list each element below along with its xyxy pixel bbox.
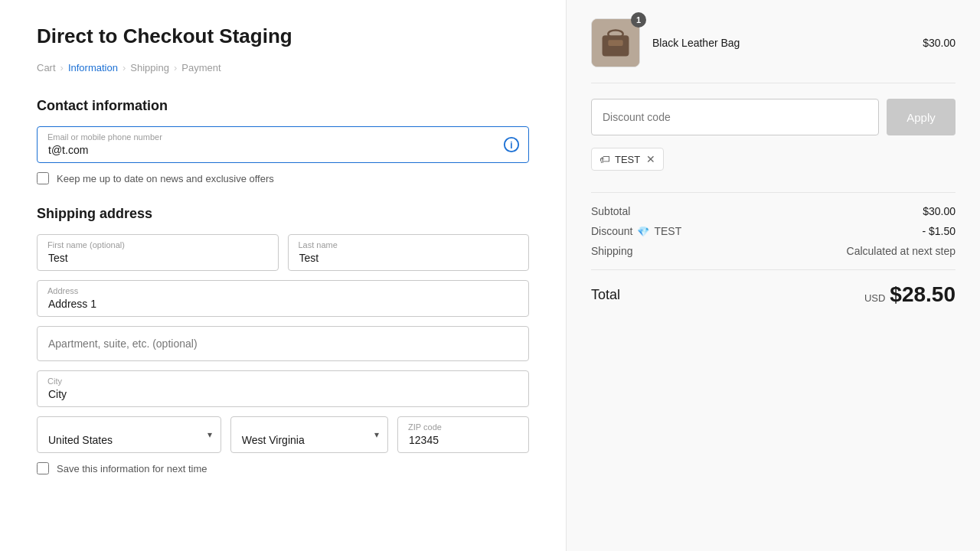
summary-divider: [591, 192, 956, 193]
discount-tag-label: TEST: [615, 154, 640, 165]
first-name-group: First name (optional): [37, 234, 279, 271]
country-select-wrapper: United States ▾: [37, 416, 221, 453]
save-info-row: Save this information for next time: [37, 462, 529, 474]
save-info-label: Save this information for next time: [57, 463, 207, 474]
zip-group: ZIP code: [397, 416, 529, 453]
discount-value: - $1.50: [922, 225, 956, 237]
left-panel: Direct to Checkout Staging Cart › Inform…: [0, 0, 567, 551]
save-info-checkbox[interactable]: [37, 462, 49, 474]
svg-rect-5: [608, 40, 622, 46]
email-input-group: Email or mobile phone number i: [37, 126, 529, 163]
address-field[interactable]: [37, 280, 529, 317]
info-icon: i: [503, 136, 520, 153]
total-row: Total USD $28.50: [591, 269, 956, 307]
total-label: Total: [591, 287, 620, 303]
apply-button[interactable]: Apply: [887, 99, 956, 135]
discount-tag-remove[interactable]: ✕: [646, 153, 655, 165]
tag-icon: 🏷: [599, 153, 610, 165]
discount-code-label: TEST: [654, 225, 681, 237]
region-row: Country/Region United States ▾ State Wes…: [37, 416, 529, 453]
product-image-wrapper: 1: [591, 18, 640, 67]
shipping-row: Shipping Calculated at next step: [591, 245, 956, 257]
email-field[interactable]: [37, 126, 529, 163]
subtotal-label: Subtotal: [591, 205, 630, 217]
total-currency: USD: [864, 292, 885, 304]
product-quantity-badge: 1: [631, 12, 646, 28]
breadcrumb: Cart › Information › Shipping › Payment: [37, 62, 529, 73]
country-group: Country/Region United States ▾: [37, 416, 221, 453]
shipping-label: Shipping: [591, 245, 633, 257]
country-select[interactable]: United States: [37, 416, 221, 453]
breadcrumb-information[interactable]: Information: [68, 62, 118, 73]
shipping-section-title: Shipping address: [37, 206, 529, 222]
city-field[interactable]: [37, 370, 529, 407]
svg-text:i: i: [510, 140, 512, 151]
breadcrumb-payment[interactable]: Payment: [181, 62, 220, 73]
state-select-wrapper: West Virginia ▾: [230, 416, 388, 453]
shipping-value: Calculated at next step: [847, 245, 956, 257]
newsletter-checkbox[interactable]: [37, 172, 49, 184]
page-title: Direct to Checkout Staging: [37, 24, 529, 48]
product-image: [591, 18, 640, 67]
zip-field[interactable]: [397, 416, 529, 453]
contact-section-title: Contact information: [37, 98, 529, 114]
breadcrumb-sep-1: ›: [60, 62, 64, 73]
total-value-group: USD $28.50: [864, 282, 956, 307]
address-group: Address: [37, 280, 529, 317]
breadcrumb-cart[interactable]: Cart: [37, 62, 56, 73]
discount-input[interactable]: [591, 99, 879, 135]
breadcrumb-shipping[interactable]: Shipping: [130, 62, 169, 73]
bag-image-svg: [592, 19, 639, 67]
state-select[interactable]: West Virginia: [230, 416, 388, 453]
product-row: 1 Black Leather Bag $30.00: [591, 18, 956, 83]
subtotal-value: $30.00: [923, 205, 956, 217]
last-name-group: Last name: [288, 234, 530, 271]
newsletter-row: Keep me up to date on news and exclusive…: [37, 172, 529, 184]
last-name-field[interactable]: [288, 234, 530, 271]
breadcrumb-sep-3: ›: [174, 62, 177, 73]
total-amount: $28.50: [890, 282, 956, 307]
city-group: City: [37, 370, 529, 407]
name-row: First name (optional) Last name: [37, 234, 529, 271]
discount-tag: 🏷 TEST ✕: [591, 148, 664, 171]
subtotal-row: Subtotal $30.00: [591, 205, 956, 217]
discount-label-group: Discount 💎 TEST: [591, 225, 681, 237]
first-name-field[interactable]: [37, 234, 279, 271]
discount-summary-label: Discount: [591, 225, 632, 237]
state-group: State West Virginia ▾: [230, 416, 388, 453]
discount-row: Apply: [591, 99, 956, 135]
discount-gem-icon: 💎: [637, 226, 649, 237]
breadcrumb-sep-2: ›: [122, 62, 126, 73]
product-price: $30.00: [923, 37, 956, 49]
apartment-field[interactable]: [37, 326, 529, 361]
newsletter-label: Keep me up to date on news and exclusive…: [57, 173, 274, 184]
apartment-group: [37, 326, 529, 361]
right-panel: 1 Black Leather Bag $30.00 Apply 🏷 TEST …: [567, 0, 980, 551]
product-name: Black Leather Bag: [652, 37, 910, 49]
discount-summary-row: Discount 💎 TEST - $1.50: [591, 225, 956, 237]
